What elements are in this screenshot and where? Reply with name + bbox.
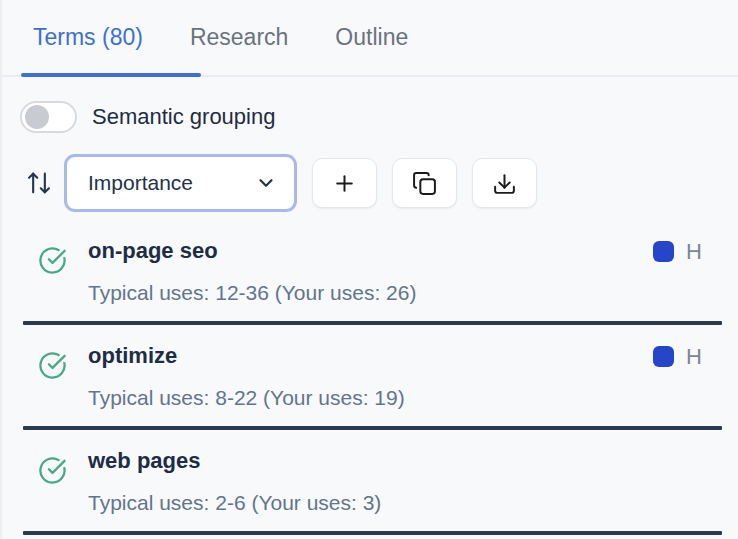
- blue-square-marker: [653, 346, 674, 367]
- plus-icon: [332, 171, 357, 196]
- sort-dropdown-value: Importance: [88, 171, 193, 195]
- heading-marker-group: H: [653, 241, 722, 263]
- download-icon: [492, 171, 517, 196]
- arrow-up-down-icon: [25, 169, 53, 197]
- row-divider: [23, 531, 722, 535]
- tab-outline[interactable]: Outline: [335, 24, 408, 51]
- term-row[interactable]: optimize Typical uses: 8-22 (Your uses: …: [2, 325, 738, 426]
- sort-toolbar: Importance: [24, 154, 738, 212]
- sort-dropdown[interactable]: Importance: [64, 154, 297, 212]
- check-circle-icon[interactable]: [38, 456, 67, 485]
- term-content: on-page seo Typical uses: 12-36 (Your us…: [88, 235, 653, 307]
- semantic-grouping-row: Semantic grouping: [20, 101, 738, 133]
- semantic-grouping-label: Semantic grouping: [92, 104, 275, 130]
- term-content: optimize Typical uses: 8-22 (Your uses: …: [88, 340, 653, 412]
- copy-terms-button[interactable]: [392, 158, 457, 208]
- term-name: web pages: [88, 445, 722, 477]
- term-usage: Typical uses: 8-22 (Your uses: 19): [88, 384, 653, 412]
- semantic-grouping-toggle[interactable]: [20, 101, 77, 133]
- active-tab-indicator: [21, 73, 201, 77]
- tab-terms[interactable]: Terms (80): [33, 24, 143, 51]
- toggle-knob: [25, 105, 49, 129]
- heading-marker: H: [686, 241, 702, 263]
- download-terms-button[interactable]: [472, 158, 537, 208]
- tab-bar: Terms (80) Research Outline: [2, 0, 738, 77]
- term-usage: Typical uses: 12-36 (Your uses: 26): [88, 279, 653, 307]
- copy-icon: [412, 171, 437, 196]
- term-usage: Typical uses: 2-6 (Your uses: 3): [88, 489, 722, 517]
- term-content: web pages Typical uses: 2-6 (Your uses: …: [88, 445, 722, 517]
- check-circle-icon[interactable]: [38, 246, 67, 275]
- term-list: on-page seo Typical uses: 12-36 (Your us…: [2, 220, 738, 535]
- term-row[interactable]: web pages Typical uses: 2-6 (Your uses: …: [2, 430, 738, 531]
- sort-direction-button[interactable]: [24, 168, 54, 198]
- blue-square-marker: [653, 241, 674, 262]
- heading-marker-group: H: [653, 346, 722, 368]
- tab-research[interactable]: Research: [190, 24, 288, 51]
- term-row[interactable]: on-page seo Typical uses: 12-36 (Your us…: [2, 220, 738, 321]
- chevron-down-icon: [255, 172, 277, 194]
- check-circle-icon[interactable]: [38, 351, 67, 380]
- term-name: on-page seo: [88, 235, 653, 267]
- term-name: optimize: [88, 340, 653, 372]
- heading-marker: H: [686, 346, 702, 368]
- add-term-button[interactable]: [312, 158, 377, 208]
